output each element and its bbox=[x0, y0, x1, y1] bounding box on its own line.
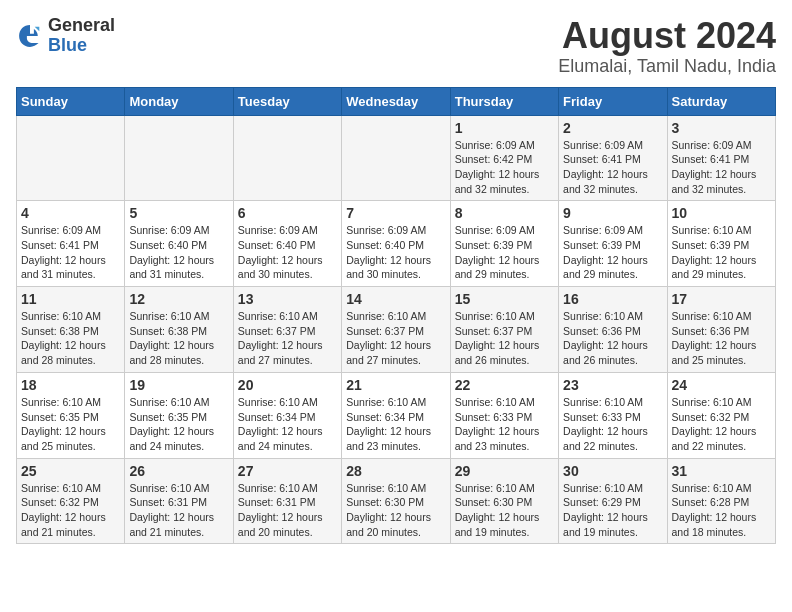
calendar-cell: 24Sunrise: 6:10 AM Sunset: 6:32 PM Dayli… bbox=[667, 372, 775, 458]
calendar-cell: 30Sunrise: 6:10 AM Sunset: 6:29 PM Dayli… bbox=[559, 458, 667, 544]
day-number: 5 bbox=[129, 205, 228, 221]
day-number: 6 bbox=[238, 205, 337, 221]
day-number: 20 bbox=[238, 377, 337, 393]
day-number: 16 bbox=[563, 291, 662, 307]
weekday-header-monday: Monday bbox=[125, 87, 233, 115]
calendar-cell: 28Sunrise: 6:10 AM Sunset: 6:30 PM Dayli… bbox=[342, 458, 450, 544]
calendar-cell bbox=[17, 115, 125, 201]
weekday-header-thursday: Thursday bbox=[450, 87, 558, 115]
calendar-cell bbox=[125, 115, 233, 201]
calendar-week-4: 25Sunrise: 6:10 AM Sunset: 6:32 PM Dayli… bbox=[17, 458, 776, 544]
calendar-week-3: 18Sunrise: 6:10 AM Sunset: 6:35 PM Dayli… bbox=[17, 372, 776, 458]
day-number: 21 bbox=[346, 377, 445, 393]
calendar-cell: 26Sunrise: 6:10 AM Sunset: 6:31 PM Dayli… bbox=[125, 458, 233, 544]
day-info: Sunrise: 6:10 AM Sunset: 6:37 PM Dayligh… bbox=[346, 309, 445, 368]
calendar-cell: 6Sunrise: 6:09 AM Sunset: 6:40 PM Daylig… bbox=[233, 201, 341, 287]
day-info: Sunrise: 6:10 AM Sunset: 6:37 PM Dayligh… bbox=[238, 309, 337, 368]
page-header: General Blue August 2024 Elumalai, Tamil… bbox=[16, 16, 776, 77]
day-number: 4 bbox=[21, 205, 120, 221]
day-number: 7 bbox=[346, 205, 445, 221]
calendar-cell: 17Sunrise: 6:10 AM Sunset: 6:36 PM Dayli… bbox=[667, 287, 775, 373]
day-info: Sunrise: 6:09 AM Sunset: 6:40 PM Dayligh… bbox=[238, 223, 337, 282]
day-number: 22 bbox=[455, 377, 554, 393]
day-info: Sunrise: 6:10 AM Sunset: 6:34 PM Dayligh… bbox=[238, 395, 337, 454]
day-info: Sunrise: 6:09 AM Sunset: 6:39 PM Dayligh… bbox=[455, 223, 554, 282]
calendar-week-2: 11Sunrise: 6:10 AM Sunset: 6:38 PM Dayli… bbox=[17, 287, 776, 373]
weekday-header-saturday: Saturday bbox=[667, 87, 775, 115]
day-number: 2 bbox=[563, 120, 662, 136]
calendar-cell: 4Sunrise: 6:09 AM Sunset: 6:41 PM Daylig… bbox=[17, 201, 125, 287]
weekday-header-sunday: Sunday bbox=[17, 87, 125, 115]
day-info: Sunrise: 6:10 AM Sunset: 6:32 PM Dayligh… bbox=[21, 481, 120, 540]
day-info: Sunrise: 6:10 AM Sunset: 6:30 PM Dayligh… bbox=[346, 481, 445, 540]
day-number: 14 bbox=[346, 291, 445, 307]
calendar-cell: 1Sunrise: 6:09 AM Sunset: 6:42 PM Daylig… bbox=[450, 115, 558, 201]
weekday-header-row: SundayMondayTuesdayWednesdayThursdayFrid… bbox=[17, 87, 776, 115]
calendar-cell: 12Sunrise: 6:10 AM Sunset: 6:38 PM Dayli… bbox=[125, 287, 233, 373]
day-info: Sunrise: 6:09 AM Sunset: 6:40 PM Dayligh… bbox=[129, 223, 228, 282]
day-info: Sunrise: 6:10 AM Sunset: 6:28 PM Dayligh… bbox=[672, 481, 771, 540]
calendar-cell: 22Sunrise: 6:10 AM Sunset: 6:33 PM Dayli… bbox=[450, 372, 558, 458]
day-info: Sunrise: 6:10 AM Sunset: 6:33 PM Dayligh… bbox=[455, 395, 554, 454]
day-info: Sunrise: 6:10 AM Sunset: 6:32 PM Dayligh… bbox=[672, 395, 771, 454]
logo-blue: Blue bbox=[48, 36, 115, 56]
day-info: Sunrise: 6:09 AM Sunset: 6:41 PM Dayligh… bbox=[672, 138, 771, 197]
day-info: Sunrise: 6:10 AM Sunset: 6:30 PM Dayligh… bbox=[455, 481, 554, 540]
calendar-cell: 9Sunrise: 6:09 AM Sunset: 6:39 PM Daylig… bbox=[559, 201, 667, 287]
day-number: 1 bbox=[455, 120, 554, 136]
day-info: Sunrise: 6:09 AM Sunset: 6:41 PM Dayligh… bbox=[563, 138, 662, 197]
day-number: 19 bbox=[129, 377, 228, 393]
day-number: 9 bbox=[563, 205, 662, 221]
calendar-cell: 27Sunrise: 6:10 AM Sunset: 6:31 PM Dayli… bbox=[233, 458, 341, 544]
calendar-cell: 19Sunrise: 6:10 AM Sunset: 6:35 PM Dayli… bbox=[125, 372, 233, 458]
calendar-cell: 2Sunrise: 6:09 AM Sunset: 6:41 PM Daylig… bbox=[559, 115, 667, 201]
calendar-title: August 2024 bbox=[558, 16, 776, 56]
day-number: 29 bbox=[455, 463, 554, 479]
day-info: Sunrise: 6:10 AM Sunset: 6:31 PM Dayligh… bbox=[238, 481, 337, 540]
day-info: Sunrise: 6:09 AM Sunset: 6:40 PM Dayligh… bbox=[346, 223, 445, 282]
calendar-cell: 10Sunrise: 6:10 AM Sunset: 6:39 PM Dayli… bbox=[667, 201, 775, 287]
calendar-subtitle: Elumalai, Tamil Nadu, India bbox=[558, 56, 776, 77]
day-info: Sunrise: 6:10 AM Sunset: 6:34 PM Dayligh… bbox=[346, 395, 445, 454]
calendar-cell: 31Sunrise: 6:10 AM Sunset: 6:28 PM Dayli… bbox=[667, 458, 775, 544]
day-number: 26 bbox=[129, 463, 228, 479]
calendar-cell: 7Sunrise: 6:09 AM Sunset: 6:40 PM Daylig… bbox=[342, 201, 450, 287]
logo: General Blue bbox=[16, 16, 115, 56]
weekday-header-friday: Friday bbox=[559, 87, 667, 115]
day-number: 31 bbox=[672, 463, 771, 479]
day-number: 25 bbox=[21, 463, 120, 479]
day-number: 18 bbox=[21, 377, 120, 393]
day-info: Sunrise: 6:09 AM Sunset: 6:41 PM Dayligh… bbox=[21, 223, 120, 282]
logo-icon bbox=[16, 22, 44, 50]
calendar-week-0: 1Sunrise: 6:09 AM Sunset: 6:42 PM Daylig… bbox=[17, 115, 776, 201]
weekday-header-wednesday: Wednesday bbox=[342, 87, 450, 115]
calendar-cell: 3Sunrise: 6:09 AM Sunset: 6:41 PM Daylig… bbox=[667, 115, 775, 201]
calendar-cell bbox=[233, 115, 341, 201]
day-number: 11 bbox=[21, 291, 120, 307]
calendar-header: SundayMondayTuesdayWednesdayThursdayFrid… bbox=[17, 87, 776, 115]
day-number: 15 bbox=[455, 291, 554, 307]
day-info: Sunrise: 6:10 AM Sunset: 6:36 PM Dayligh… bbox=[672, 309, 771, 368]
day-number: 28 bbox=[346, 463, 445, 479]
calendar-cell: 20Sunrise: 6:10 AM Sunset: 6:34 PM Dayli… bbox=[233, 372, 341, 458]
calendar-table: SundayMondayTuesdayWednesdayThursdayFrid… bbox=[16, 87, 776, 545]
calendar-cell: 8Sunrise: 6:09 AM Sunset: 6:39 PM Daylig… bbox=[450, 201, 558, 287]
calendar-cell: 5Sunrise: 6:09 AM Sunset: 6:40 PM Daylig… bbox=[125, 201, 233, 287]
day-info: Sunrise: 6:10 AM Sunset: 6:38 PM Dayligh… bbox=[21, 309, 120, 368]
day-info: Sunrise: 6:10 AM Sunset: 6:38 PM Dayligh… bbox=[129, 309, 228, 368]
day-number: 27 bbox=[238, 463, 337, 479]
calendar-cell: 25Sunrise: 6:10 AM Sunset: 6:32 PM Dayli… bbox=[17, 458, 125, 544]
logo-general: General bbox=[48, 16, 115, 36]
calendar-cell: 29Sunrise: 6:10 AM Sunset: 6:30 PM Dayli… bbox=[450, 458, 558, 544]
day-number: 24 bbox=[672, 377, 771, 393]
day-info: Sunrise: 6:10 AM Sunset: 6:31 PM Dayligh… bbox=[129, 481, 228, 540]
calendar-cell: 11Sunrise: 6:10 AM Sunset: 6:38 PM Dayli… bbox=[17, 287, 125, 373]
day-info: Sunrise: 6:10 AM Sunset: 6:39 PM Dayligh… bbox=[672, 223, 771, 282]
day-number: 10 bbox=[672, 205, 771, 221]
day-info: Sunrise: 6:10 AM Sunset: 6:35 PM Dayligh… bbox=[129, 395, 228, 454]
calendar-week-1: 4Sunrise: 6:09 AM Sunset: 6:41 PM Daylig… bbox=[17, 201, 776, 287]
day-number: 17 bbox=[672, 291, 771, 307]
calendar-cell: 18Sunrise: 6:10 AM Sunset: 6:35 PM Dayli… bbox=[17, 372, 125, 458]
day-info: Sunrise: 6:09 AM Sunset: 6:42 PM Dayligh… bbox=[455, 138, 554, 197]
calendar-cell: 13Sunrise: 6:10 AM Sunset: 6:37 PM Dayli… bbox=[233, 287, 341, 373]
